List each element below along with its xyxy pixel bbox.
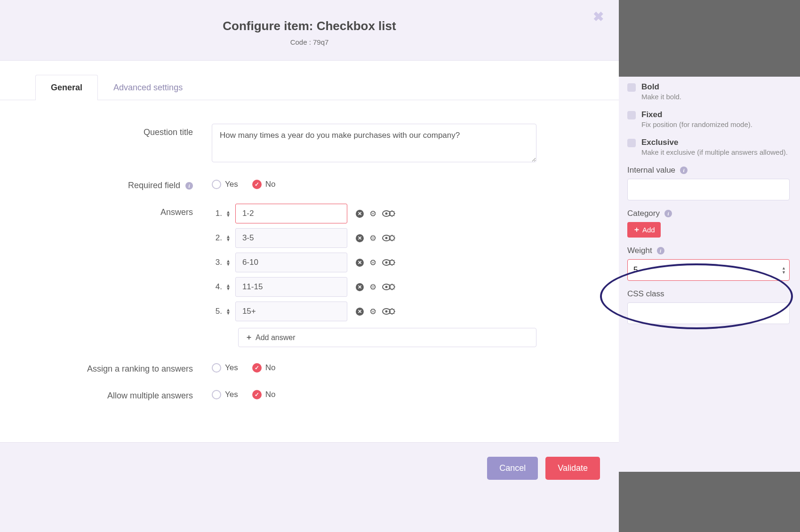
radio-icon — [212, 390, 221, 399]
close-icon[interactable]: ✖ — [593, 10, 604, 24]
option-desc: Fix position (for randomized mode). — [641, 120, 752, 128]
validate-button[interactable]: Validate — [545, 457, 600, 480]
sort-handle-icon[interactable]: ▲▼ — [226, 235, 231, 241]
radio-label: Yes — [225, 390, 238, 399]
checkbox-bold[interactable] — [627, 83, 636, 92]
checkbox-exclusive[interactable] — [627, 139, 636, 147]
radio-label: No — [265, 390, 276, 399]
multiple-no[interactable]: No — [252, 390, 276, 399]
css-class-input[interactable] — [627, 302, 790, 324]
sort-handle-icon[interactable]: ▲▼ — [226, 260, 231, 266]
sort-handle-icon[interactable]: ▲▼ — [226, 284, 231, 290]
add-category-button[interactable]: ＋ Add — [627, 222, 661, 238]
multiple-yes[interactable]: Yes — [212, 390, 238, 399]
modal-code: Code : 79q7 — [14, 38, 605, 46]
row-multiple: Allow multiple answers Yes No — [35, 387, 584, 401]
label-answers: Answers — [35, 204, 212, 217]
plus-icon: ＋ — [633, 225, 640, 235]
answer-row: 2.▲▼✕⚙ — [212, 228, 536, 248]
label-multiple: Allow multiple answers — [35, 387, 212, 401]
gear-icon[interactable]: ⚙ — [369, 234, 377, 242]
delete-icon[interactable]: ✕ — [356, 209, 364, 218]
tabs: General Advanced settings — [0, 61, 619, 100]
option-title: Bold — [641, 82, 659, 91]
ranking-yes[interactable]: Yes — [212, 363, 238, 373]
option-fixed: Fixed Fix position (for randomized mode)… — [627, 110, 790, 128]
modal-title: Configure item: Checkbox list — [14, 19, 605, 33]
answer-row: 1.▲▼✕⚙ — [212, 204, 536, 223]
visibility-rules-icon[interactable] — [382, 283, 395, 291]
gear-icon[interactable]: ⚙ — [369, 307, 377, 316]
answer-number: 3. — [212, 258, 222, 267]
modal-body: General Advanced settings Question title… — [0, 61, 619, 442]
answer-row: 3.▲▼✕⚙ — [212, 253, 536, 272]
option-desc: Make it bold. — [641, 93, 681, 101]
answer-input[interactable] — [235, 204, 347, 223]
row-ranking: Assign a ranking to answers Yes No — [35, 360, 584, 374]
weight-input[interactable] — [627, 259, 790, 281]
add-answer-label: Add answer — [256, 333, 296, 342]
number-stepper[interactable]: ▲▼ — [782, 266, 786, 274]
info-icon[interactable]: i — [185, 182, 193, 190]
option-desc: Make it exclusive (if multiple answers a… — [641, 148, 788, 156]
label-internal-value: Internal value i — [627, 166, 790, 175]
ranking-no[interactable]: No — [252, 363, 276, 373]
delete-icon[interactable]: ✕ — [356, 234, 364, 242]
modal-footer: Cancel Validate — [0, 442, 619, 494]
radio-icon — [252, 390, 262, 399]
info-icon[interactable]: i — [680, 167, 688, 174]
answer-input[interactable] — [235, 302, 347, 321]
form: Question title Required field i Yes — [0, 100, 619, 442]
config-modal: Configure item: Checkbox list Code : 79q… — [0, 0, 619, 494]
row-required: Required field i Yes No — [35, 177, 584, 191]
sort-handle-icon[interactable]: ▲▼ — [226, 309, 231, 315]
row-question-title: Question title — [35, 124, 584, 164]
answer-number: 5. — [212, 307, 222, 316]
label-question-title: Question title — [35, 124, 212, 137]
radio-label: Yes — [225, 180, 238, 189]
gear-icon[interactable]: ⚙ — [369, 209, 377, 218]
label-required-text: Required field — [128, 181, 180, 190]
visibility-rules-icon[interactable] — [382, 307, 395, 316]
info-icon[interactable]: i — [664, 210, 672, 217]
info-icon[interactable]: i — [657, 247, 664, 254]
gear-icon[interactable]: ⚙ — [369, 258, 377, 267]
delete-icon[interactable]: ✕ — [356, 258, 364, 267]
add-label: Add — [642, 226, 655, 234]
tab-advanced[interactable]: Advanced settings — [98, 75, 198, 100]
sort-handle-icon[interactable]: ▲▼ — [226, 211, 231, 217]
add-answer-button[interactable]: ＋Add answer — [238, 328, 536, 347]
radio-icon — [212, 180, 221, 189]
visibility-rules-icon[interactable] — [382, 209, 395, 218]
option-title: Exclusive — [641, 138, 678, 147]
side-panel: Bold Make it bold. Fixed Fix position (f… — [627, 82, 790, 324]
tab-general[interactable]: General — [35, 75, 98, 100]
svg-point-10 — [385, 286, 387, 288]
question-title-input[interactable] — [212, 124, 536, 162]
cancel-button[interactable]: Cancel — [487, 457, 538, 480]
visibility-rules-icon[interactable] — [382, 234, 395, 242]
checkbox-fixed[interactable] — [627, 111, 636, 119]
gear-icon[interactable]: ⚙ — [369, 283, 377, 291]
delete-icon[interactable]: ✕ — [356, 283, 364, 291]
svg-point-1 — [385, 213, 387, 215]
label-css-class: CSS class — [627, 289, 790, 299]
row-answers: Answers 1.▲▼✕⚙2.▲▼✕⚙3.▲▼✕⚙4.▲▼✕⚙5.▲▼✕⚙＋A… — [35, 204, 584, 347]
answer-number: 2. — [212, 233, 222, 243]
answer-input[interactable] — [235, 277, 347, 297]
svg-point-4 — [385, 237, 387, 239]
radio-icon — [252, 180, 262, 189]
svg-point-7 — [385, 262, 387, 264]
required-no[interactable]: No — [252, 180, 276, 189]
answer-input[interactable] — [235, 228, 347, 248]
visibility-rules-icon[interactable] — [382, 258, 395, 267]
answer-input[interactable] — [235, 253, 347, 272]
delete-icon[interactable]: ✕ — [356, 307, 364, 316]
label-required: Required field i — [35, 177, 212, 191]
radio-label: Yes — [225, 363, 238, 373]
internal-value-input[interactable] — [627, 179, 790, 200]
required-yes[interactable]: Yes — [212, 180, 238, 189]
radio-icon — [212, 363, 221, 373]
answer-row: 5.▲▼✕⚙ — [212, 302, 536, 321]
label-weight: Weight i — [627, 246, 790, 255]
